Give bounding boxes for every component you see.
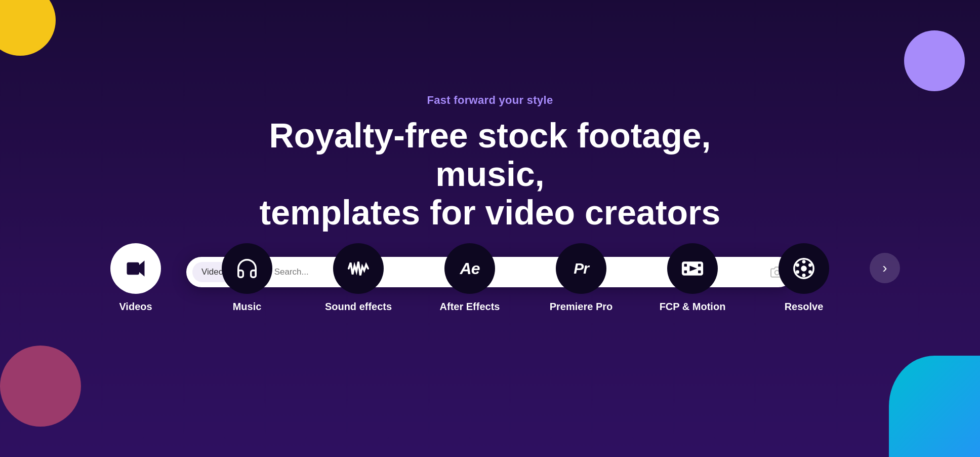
svg-rect-7 (684, 264, 687, 267)
sound-effects-label: Sound effects (325, 301, 392, 313)
film-strip-icon (681, 257, 704, 280)
category-fcp-motion[interactable]: FCP & Motion (637, 243, 748, 313)
category-resolve[interactable]: Resolve (748, 243, 860, 313)
category-premiere-pro[interactable]: Pr Premiere Pro (525, 243, 637, 313)
music-label: Music (233, 301, 262, 313)
deco-yellow-blob (0, 0, 56, 56)
svg-marker-4 (139, 260, 145, 277)
svg-rect-10 (698, 271, 701, 274)
chevron-right-icon: › (882, 260, 887, 276)
headline: Royalty-free stock footage, music, templ… (212, 116, 768, 232)
after-effects-label: After Effects (440, 301, 500, 313)
hero-section: Fast forward your style Royalty-free sto… (0, 0, 980, 457)
categories-row: Videos Music (0, 243, 980, 323)
premiere-pro-icon-circle: Pr (556, 243, 606, 294)
svg-point-19 (808, 263, 812, 267)
sound-effects-icon-circle (333, 243, 384, 294)
svg-point-13 (801, 265, 807, 272)
svg-point-16 (796, 263, 799, 267)
category-music[interactable]: Music (191, 243, 303, 313)
svg-point-15 (802, 274, 806, 277)
categories-next-button[interactable]: › (870, 253, 900, 283)
waveform-icon (347, 257, 370, 280)
music-icon-circle (222, 243, 272, 294)
videos-label: Videos (119, 301, 152, 313)
fcp-motion-icon-circle (667, 243, 718, 294)
category-videos[interactable]: Videos (80, 243, 191, 313)
premiere-pro-label: Premiere Pro (550, 301, 613, 313)
video-camera-icon (125, 258, 146, 279)
deco-rose-blob (0, 346, 81, 427)
svg-point-18 (796, 270, 799, 274)
svg-rect-8 (684, 271, 687, 274)
hero-content: Fast forward your style Royalty-free sto… (0, 94, 980, 323)
svg-rect-3 (127, 262, 140, 275)
svg-rect-9 (698, 264, 701, 267)
category-sound-effects[interactable]: Sound effects (303, 243, 414, 313)
resolve-label: Resolve (785, 301, 824, 313)
tagline: Fast forward your style (427, 94, 553, 107)
svg-point-17 (808, 270, 812, 274)
after-effects-icon-circle: Ae (444, 243, 495, 294)
videos-icon-circle (110, 243, 161, 294)
fcp-motion-label: FCP & Motion (660, 301, 726, 313)
deco-teal-blob (889, 356, 980, 457)
ae-text-icon: Ae (460, 259, 480, 278)
reel-icon (792, 257, 815, 280)
deco-purple-blob (904, 30, 965, 91)
svg-point-14 (802, 260, 806, 263)
category-after-effects[interactable]: Ae After Effects (414, 243, 525, 313)
pr-text-icon: Pr (574, 260, 589, 277)
resolve-icon-circle (779, 243, 829, 294)
headphone-icon (235, 257, 259, 280)
